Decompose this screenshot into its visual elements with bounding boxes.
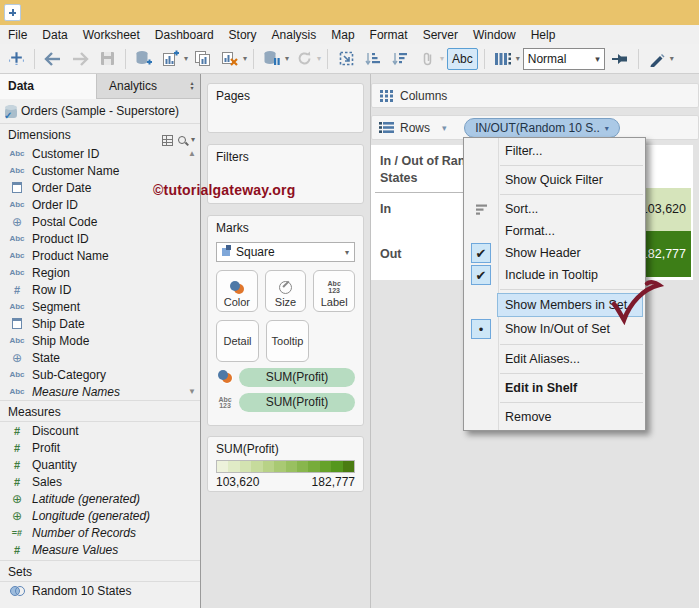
highlight-caret-icon[interactable]: ▾: [670, 54, 674, 63]
tab-data[interactable]: Data: [0, 74, 96, 99]
pages-shelf[interactable]: Pages: [207, 83, 364, 133]
field-ship-date[interactable]: Ship Date: [0, 315, 200, 332]
field-row-id[interactable]: Row ID: [0, 281, 200, 298]
title-bar: [0, 0, 699, 25]
tableau-logo-icon[interactable]: [4, 47, 28, 71]
clear-sheet-caret-icon[interactable]: ▾: [243, 54, 247, 63]
search-icon[interactable]: [178, 136, 186, 144]
pause-auto-updates-caret-icon[interactable]: ▾: [285, 54, 289, 63]
menu-item-help[interactable]: Help: [531, 28, 556, 42]
data-source-row[interactable]: Orders (Sample - Superstore): [0, 99, 200, 123]
field-measure-names[interactable]: Measure Names: [0, 383, 200, 400]
undo-button[interactable]: [41, 47, 65, 71]
checked-checkbox-icon[interactable]: ✔: [471, 243, 491, 263]
menu-item-sort[interactable]: Sort...: [464, 198, 645, 220]
menu-item-remove[interactable]: Remove: [464, 406, 645, 428]
tooltip-button[interactable]: Tooltip: [266, 320, 309, 362]
field-profit[interactable]: Profit: [0, 439, 200, 456]
menu-item-data[interactable]: Data: [42, 28, 67, 42]
menu-item-include-in-tooltip[interactable]: ✔ Include in Tooltip: [464, 264, 645, 286]
menu-item-show-quick-filter[interactable]: Show Quick Filter: [464, 169, 645, 191]
sum-profit-color-pill[interactable]: SUM(Profit): [239, 368, 355, 387]
field-postal-code[interactable]: Postal Code: [0, 213, 200, 230]
sum-profit-label-pill[interactable]: SUM(Profit): [239, 393, 355, 412]
selected-radio-icon[interactable]: •: [471, 319, 491, 339]
menu-item-format[interactable]: Format: [370, 28, 408, 42]
menu-item-label: Filter...: [498, 141, 645, 161]
field-random-10-states[interactable]: Random 10 States: [0, 582, 200, 599]
field-segment[interactable]: Segment: [0, 298, 200, 315]
pill-caret-icon[interactable]: ▾: [605, 124, 609, 133]
field-discount[interactable]: Discount: [0, 422, 200, 439]
detail-button[interactable]: Detail: [216, 320, 259, 362]
menu-item-show-members-in-set[interactable]: Show Members in Set: [464, 293, 645, 317]
clear-sheet-button[interactable]: [218, 47, 242, 71]
sort-ascending-button[interactable]: [361, 47, 385, 71]
pause-auto-updates-button[interactable]: [260, 47, 284, 71]
color-button[interactable]: Color: [216, 270, 258, 312]
field-latitude[interactable]: Latitude (generated): [0, 490, 200, 507]
menu-item-edit-in-shelf[interactable]: Edit in Shelf: [464, 377, 645, 399]
field-region[interactable]: Region: [0, 264, 200, 281]
fit-select[interactable]: Normal ▾: [523, 48, 605, 70]
new-worksheet-button[interactable]: [159, 47, 183, 71]
save-button[interactable]: [95, 47, 119, 71]
field-state[interactable]: State: [0, 349, 200, 366]
row-header-in[interactable]: In: [380, 188, 470, 231]
redo-button[interactable]: [68, 47, 92, 71]
swap-rows-columns-button[interactable]: [334, 47, 358, 71]
highlight-button[interactable]: [645, 47, 669, 71]
new-worksheet-caret-icon[interactable]: ▾: [184, 54, 188, 63]
menu-item-window[interactable]: Window: [473, 28, 516, 42]
menu-item-worksheet[interactable]: Worksheet: [83, 28, 140, 42]
field-order-id[interactable]: Order ID: [0, 196, 200, 213]
show-hide-cards-caret-icon[interactable]: ▾: [516, 54, 520, 63]
row-header-out[interactable]: Out: [380, 231, 470, 277]
field-sales[interactable]: Sales: [0, 473, 200, 490]
sort-descending-button[interactable]: [388, 47, 412, 71]
menu-item-server[interactable]: Server: [423, 28, 458, 42]
tab-analytics[interactable]: Analytics: [96, 74, 184, 99]
field-measure-values[interactable]: Measure Values: [0, 541, 200, 558]
scroll-down-icon[interactable]: ▼: [188, 387, 196, 396]
duplicate-sheet-button[interactable]: [191, 47, 215, 71]
menu-item-analysis[interactable]: Analysis: [272, 28, 317, 42]
color-legend-card[interactable]: SUM(Profit) 103,620 182,777: [207, 436, 364, 492]
toolbar-separator: [484, 49, 485, 69]
toolbar-separator: [638, 49, 639, 69]
show-hide-cards-button[interactable]: [491, 47, 515, 71]
in-out-set-pill[interactable]: IN/OUT(Random 10 S.. ▾: [464, 118, 620, 138]
label-button[interactable]: Abc123Label: [313, 270, 355, 312]
menu-item-format[interactable]: Format...: [464, 220, 645, 242]
menu-item-filter[interactable]: Filter...: [464, 140, 645, 162]
field-customer-name[interactable]: Customer Name: [0, 162, 200, 179]
run-update-button[interactable]: [292, 47, 316, 71]
menu-item-story[interactable]: Story: [229, 28, 257, 42]
field-quantity[interactable]: Quantity: [0, 456, 200, 473]
view-data-icon[interactable]: [162, 135, 173, 146]
show-mark-labels-button[interactable]: Abc: [447, 48, 478, 70]
field-customer-id[interactable]: Customer ID: [0, 145, 200, 162]
menu-item-dashboard[interactable]: Dashboard: [155, 28, 214, 42]
mark-type-caret-icon: ▾: [345, 248, 349, 257]
field-product-id[interactable]: Product ID: [0, 230, 200, 247]
field-longitude[interactable]: Longitude (generated): [0, 507, 200, 524]
scroll-up-icon[interactable]: ▲: [188, 149, 196, 158]
menu-item-map[interactable]: Map: [331, 28, 354, 42]
rows-shelf-caret-icon[interactable]: ▾: [442, 123, 447, 133]
field-product-name[interactable]: Product Name: [0, 247, 200, 264]
menu-item-file[interactable]: File: [8, 28, 27, 42]
menu-item-edit-aliases[interactable]: Edit Aliases...: [464, 348, 645, 370]
field-sub-category[interactable]: Sub-Category: [0, 366, 200, 383]
field-number-of-records[interactable]: Number of Records: [0, 524, 200, 541]
checked-checkbox-icon[interactable]: ✔: [471, 265, 491, 285]
menu-item-show-header[interactable]: ✔ Show Header: [464, 242, 645, 264]
pane-collapse-icon[interactable]: ▴▾: [184, 74, 200, 99]
field-ship-mode[interactable]: Ship Mode: [0, 332, 200, 349]
columns-shelf[interactable]: Columns: [371, 83, 699, 108]
menu-item-show-in-out-of-set[interactable]: • Show In/Out of Set: [464, 317, 645, 341]
mark-type-select[interactable]: Square ▾: [216, 242, 355, 262]
size-button[interactable]: Size: [265, 270, 307, 312]
fix-axes-button[interactable]: [608, 47, 632, 71]
new-data-source-button[interactable]: [132, 47, 156, 71]
